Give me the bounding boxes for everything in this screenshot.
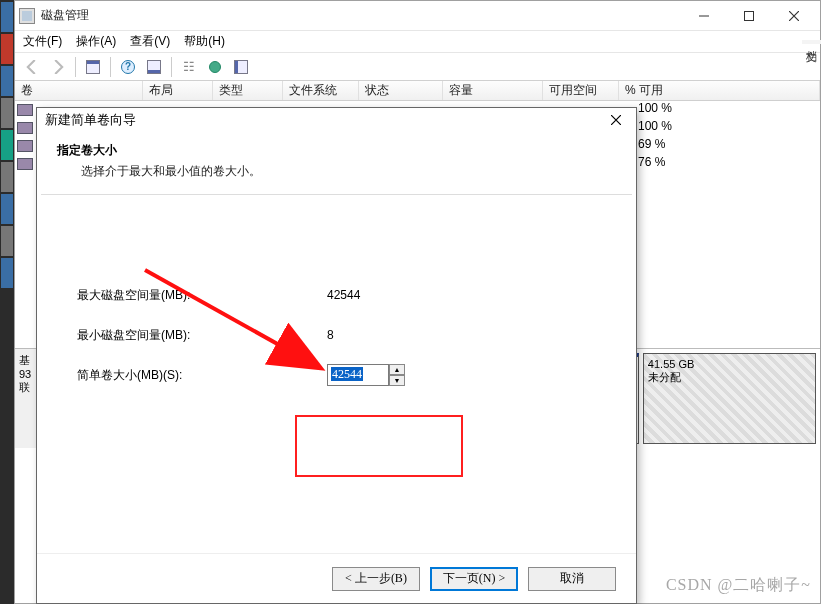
back-button[interactable]: < 上一步(B) <box>332 567 420 591</box>
volume-list-header: 卷 布局 类型 文件系统 状态 容量 可用空间 % 可用 <box>15 81 820 101</box>
dialog-footer: < 上一步(B) 下一页(N) > 取消 <box>37 553 636 603</box>
volume-size-value: 42544 <box>331 367 363 381</box>
panel-top-icon <box>86 60 100 74</box>
dialog-titlebar: 新建简单卷向导 <box>37 108 636 132</box>
panel-left-icon <box>234 60 248 74</box>
col-fs[interactable]: 文件系统 <box>283 81 359 100</box>
min-space-row: 最小磁盘空间量(MB): 8 <box>77 315 596 355</box>
percent-column-values: 100 % 100 % 69 % 76 % <box>634 101 672 173</box>
max-space-row: 最大磁盘空间量(MB): 42544 <box>77 275 596 315</box>
titlebar: 磁盘管理 <box>15 1 820 31</box>
dialog-close-button[interactable] <box>604 110 628 130</box>
refresh-button[interactable] <box>204 56 226 78</box>
view-top-button[interactable] <box>82 56 104 78</box>
volume-icon <box>17 122 33 134</box>
volume-size-row: 简单卷大小(MB)(S): 42544 ▲ ▼ <box>77 355 596 395</box>
view-bottom-button[interactable] <box>143 56 165 78</box>
side-label: 文档 <box>802 40 821 44</box>
volume-icon <box>17 158 33 170</box>
spin-down-button[interactable]: ▼ <box>389 375 405 386</box>
menu-view[interactable]: 查看(V) <box>130 33 170 50</box>
percent-value: 100 % <box>634 119 672 137</box>
menu-help[interactable]: 帮助(H) <box>184 33 225 50</box>
col-free[interactable]: 可用空间 <box>543 81 619 100</box>
close-button[interactable] <box>771 2 816 30</box>
minimize-button[interactable] <box>681 2 726 30</box>
watermark: CSDN @二哈喇子~ <box>666 575 811 596</box>
col-layout[interactable]: 布局 <box>143 81 213 100</box>
arrow-right-icon <box>51 60 65 74</box>
volume-icon <box>17 104 33 116</box>
volume-size-input[interactable]: 42544 <box>327 364 389 386</box>
annotation-highlight-box <box>295 415 463 477</box>
settings-button[interactable]: ☷ <box>178 56 200 78</box>
dialog-title: 新建简单卷向导 <box>45 112 604 129</box>
col-type[interactable]: 类型 <box>213 81 283 100</box>
minimize-icon <box>699 11 709 21</box>
help-button[interactable]: ? <box>117 56 139 78</box>
unalloc-label: 未分配 <box>648 370 811 385</box>
min-space-value: 8 <box>327 328 334 342</box>
toolbar: ? ☷ <box>15 53 820 81</box>
dialog-heading: 指定卷大小 <box>57 142 616 159</box>
disk-partition-unallocated[interactable]: 41.55 GB 未分配 <box>643 353 816 444</box>
spin-up-button[interactable]: ▲ <box>389 364 405 375</box>
refresh-icon <box>209 61 221 73</box>
app-icon <box>19 8 35 24</box>
left-taskbar <box>0 0 14 604</box>
percent-value: 76 % <box>634 155 672 173</box>
percent-value: 69 % <box>634 137 672 155</box>
new-simple-volume-wizard: 新建简单卷向导 指定卷大小 选择介于最大和最小值的卷大小。 最大磁盘空间量(MB… <box>36 107 637 604</box>
next-button[interactable]: 下一页(N) > <box>430 567 518 591</box>
col-capacity[interactable]: 容量 <box>443 81 543 100</box>
col-percent[interactable]: % 可用 <box>619 81 820 100</box>
nav-back-button[interactable] <box>21 56 43 78</box>
view-list-button[interactable] <box>230 56 252 78</box>
dialog-subheading: 选择介于最大和最小值的卷大小。 <box>57 163 616 180</box>
maximize-icon <box>744 11 754 21</box>
max-space-label: 最大磁盘空间量(MB): <box>77 287 327 304</box>
maximize-button[interactable] <box>726 2 771 30</box>
menu-action[interactable]: 操作(A) <box>76 33 116 50</box>
menubar: 文件(F) 操作(A) 查看(V) 帮助(H) <box>15 31 820 53</box>
svg-rect-0 <box>744 11 753 20</box>
dialog-body: 最大磁盘空间量(MB): 42544 最小磁盘空间量(MB): 8 简单卷大小(… <box>37 215 636 553</box>
settings-icon: ☷ <box>183 59 195 74</box>
col-volume[interactable]: 卷 <box>15 81 143 100</box>
unalloc-size: 41.55 GB <box>648 358 811 370</box>
percent-value: 100 % <box>634 101 672 119</box>
cancel-button[interactable]: 取消 <box>528 567 616 591</box>
nav-forward-button[interactable] <box>47 56 69 78</box>
help-icon: ? <box>121 60 135 74</box>
volume-size-label: 简单卷大小(MB)(S): <box>77 367 327 384</box>
arrow-left-icon <box>25 60 39 74</box>
close-icon <box>789 11 799 21</box>
dialog-header: 指定卷大小 选择介于最大和最小值的卷大小。 <box>37 132 636 194</box>
volume-icon <box>17 140 33 152</box>
menu-file[interactable]: 文件(F) <box>23 33 62 50</box>
panel-bottom-icon <box>147 60 161 74</box>
max-space-value: 42544 <box>327 288 360 302</box>
min-space-label: 最小磁盘空间量(MB): <box>77 327 327 344</box>
close-icon <box>611 115 621 125</box>
window-title: 磁盘管理 <box>41 7 89 24</box>
col-status[interactable]: 状态 <box>359 81 443 100</box>
